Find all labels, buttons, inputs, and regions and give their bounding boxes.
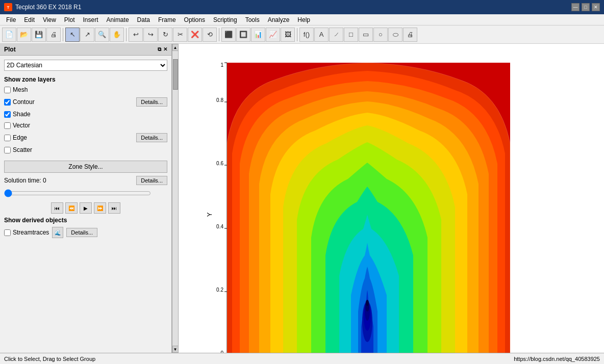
- menu-item-plot[interactable]: Plot: [60, 15, 79, 24]
- shade-checkbox[interactable]: [4, 111, 11, 118]
- menu-item-options[interactable]: Options: [180, 15, 209, 24]
- zoom-tool-button[interactable]: 🔍: [95, 28, 109, 42]
- svg-text:0.4: 0.4: [216, 224, 223, 229]
- play-button[interactable]: ▶: [80, 202, 92, 214]
- edge-label[interactable]: Edge: [4, 134, 27, 141]
- restore-icon[interactable]: ⧉: [158, 46, 161, 53]
- prev-button[interactable]: ⏪: [65, 202, 78, 214]
- edge-details-button[interactable]: Details...: [136, 133, 167, 142]
- solution-details-button[interactable]: Details...: [136, 176, 167, 185]
- contour-label[interactable]: Contour: [4, 98, 35, 106]
- solution-time-slider[interactable]: [4, 189, 151, 197]
- titlebar: T Tecplot 360 EX 2018 R1 — □ ✕: [0, 0, 604, 14]
- scatter-text: Scatter: [13, 146, 32, 153]
- edge-text: Edge: [13, 134, 27, 141]
- streamtraces-label[interactable]: Streamtraces: [4, 229, 49, 236]
- contour-checkbox[interactable]: [4, 99, 11, 106]
- titlebar-controls[interactable]: — □ ✕: [571, 3, 600, 11]
- panel-close-icon[interactable]: ✕: [163, 46, 167, 53]
- select-tool-button[interactable]: ↖: [65, 28, 80, 42]
- contour-details-button[interactable]: Details...: [136, 97, 167, 107]
- svg-text:0: 0: [220, 350, 223, 353]
- menu-item-analyze[interactable]: Analyze: [264, 15, 294, 24]
- mesh-label[interactable]: Mesh: [4, 86, 28, 93]
- menu-item-tools[interactable]: Tools: [241, 15, 264, 24]
- derived-title: Show derived objects: [4, 217, 167, 224]
- edge-checkbox[interactable]: [4, 135, 11, 141]
- xy-plot-button[interactable]: 📊: [251, 28, 265, 42]
- skip-end-button[interactable]: ⏭: [108, 202, 120, 214]
- print-file-button[interactable]: 🖨: [46, 28, 61, 42]
- probe-tool-button[interactable]: ↗: [80, 28, 94, 42]
- svg-text:0.2: 0.2: [216, 287, 223, 293]
- scatter-label[interactable]: Scatter: [4, 146, 32, 153]
- panel-scrollbar: ▲ ▼: [172, 44, 178, 353]
- menu-item-scripting[interactable]: Scripting: [209, 15, 241, 24]
- coordinate-system-select[interactable]: 2D Cartesian3D CartesianPolar LineSketch…: [4, 60, 167, 71]
- pan-tool-button[interactable]: ✋: [110, 28, 124, 42]
- menu-item-edit[interactable]: Edit: [20, 15, 39, 24]
- refresh-button[interactable]: ↻: [158, 28, 172, 42]
- data-loading-button[interactable]: ⬛: [221, 28, 236, 42]
- toolbar-separator: [63, 28, 63, 41]
- statusbar-right: https://blog.csdn.net/qq_40583925: [514, 356, 600, 362]
- save-file-button[interactable]: 💾: [32, 28, 46, 42]
- scatter-checkbox[interactable]: [4, 147, 11, 153]
- scroll-down-arrow[interactable]: ▼: [172, 346, 179, 353]
- panel-scroll[interactable]: 2D Cartesian3D CartesianPolar LineSketch…: [0, 56, 171, 353]
- function-icon-button[interactable]: f(): [299, 28, 314, 42]
- menu-item-view[interactable]: View: [39, 15, 60, 24]
- plot-3d-button[interactable]: 📈: [266, 28, 280, 42]
- new-file-button[interactable]: 📄: [2, 28, 16, 42]
- ellipse-tool-button[interactable]: ⬭: [388, 28, 402, 42]
- skip-start-button[interactable]: ⏮: [51, 202, 63, 214]
- vector-label[interactable]: Vector: [4, 122, 30, 129]
- vector-text: Vector: [13, 122, 30, 129]
- hardcopy-tool-button[interactable]: 🖨: [403, 28, 417, 42]
- open-file-button[interactable]: 📂: [17, 28, 31, 42]
- shade-label[interactable]: Shade: [4, 111, 31, 118]
- menu-item-frame[interactable]: Frame: [154, 15, 180, 24]
- zone-style-button[interactable]: Zone Style...: [4, 161, 167, 173]
- streamtraces-checkbox[interactable]: [4, 229, 11, 236]
- text-tool-button[interactable]: A: [314, 28, 329, 42]
- rectangle2-tool-button[interactable]: ▭: [359, 28, 373, 42]
- scroll-up-arrow[interactable]: ▲: [172, 44, 179, 51]
- image-export-button[interactable]: 🖼: [281, 28, 295, 42]
- toolbar-separator: [126, 28, 127, 41]
- circle-tool-button[interactable]: ○: [373, 28, 388, 42]
- delete-button[interactable]: ❌: [188, 28, 202, 42]
- rectangle-tool-button[interactable]: □: [344, 28, 358, 42]
- menu-item-insert[interactable]: Insert: [79, 15, 103, 24]
- mesh-layer: Mesh: [4, 86, 167, 93]
- menu-item-file[interactable]: File: [2, 15, 20, 24]
- svg-text:1: 1: [220, 62, 223, 68]
- close-button[interactable]: ✕: [592, 3, 600, 11]
- mesh-checkbox[interactable]: [4, 87, 11, 93]
- svg-text:0.6: 0.6: [216, 161, 223, 166]
- streamtraces-text: Streamtraces: [13, 229, 49, 236]
- main-content: Plot ⧉ ✕ 2D Cartesian3D CartesianPolar L…: [0, 44, 604, 353]
- fit-view-button[interactable]: ⟲: [203, 28, 217, 42]
- menu-item-data[interactable]: Data: [133, 15, 154, 24]
- minimize-button[interactable]: —: [571, 3, 580, 11]
- maximize-button[interactable]: □: [582, 3, 590, 11]
- contour-view-button[interactable]: 🔲: [236, 28, 250, 42]
- menu-item-help[interactable]: Help: [293, 15, 314, 24]
- redo-button[interactable]: ↪: [143, 28, 158, 42]
- menu-item-animate[interactable]: Animate: [103, 15, 133, 24]
- plot-panel-header: Plot ⧉ ✕: [0, 44, 171, 56]
- next-button[interactable]: ⏩: [94, 202, 106, 214]
- scatter-layer: Scatter: [4, 146, 167, 153]
- statusbar: Click to Select, Drag to Select Group ht…: [0, 353, 604, 364]
- svg-text:Y: Y: [206, 212, 213, 217]
- shade-text: Shade: [13, 111, 31, 118]
- undo-button[interactable]: ↩: [129, 28, 143, 42]
- vector-checkbox[interactable]: [4, 122, 11, 129]
- vector-layer: Vector: [4, 122, 167, 129]
- line-tool-button[interactable]: ⟋: [329, 28, 343, 42]
- scroll-thumb[interactable]: [173, 59, 178, 90]
- cut-button[interactable]: ✂: [173, 28, 187, 42]
- playback-controls: ⏮ ⏪ ▶ ⏩ ⏭: [4, 202, 167, 214]
- streamtraces-details-button[interactable]: Details...: [66, 228, 97, 237]
